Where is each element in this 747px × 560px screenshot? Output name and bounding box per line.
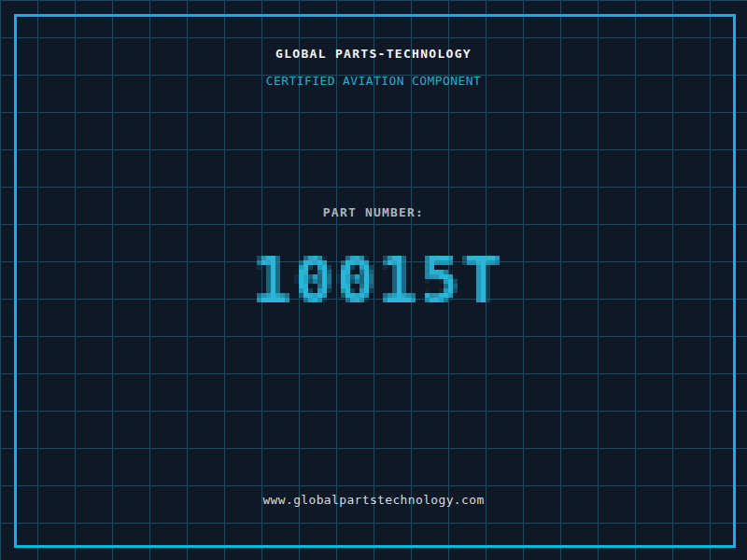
website-url: www.globalpartstechnology.com <box>0 493 747 507</box>
certification-subtitle: CERTIFIED AVIATION COMPONENT <box>0 74 747 88</box>
blueprint-page: GLOBAL PARTS-TECHNOLOGY CERTIFIED AVIATI… <box>0 0 747 560</box>
part-number-label: PART NUMBER: <box>0 205 747 219</box>
company-title: GLOBAL PARTS-TECHNOLOGY <box>0 47 747 61</box>
part-number-value <box>233 242 514 316</box>
